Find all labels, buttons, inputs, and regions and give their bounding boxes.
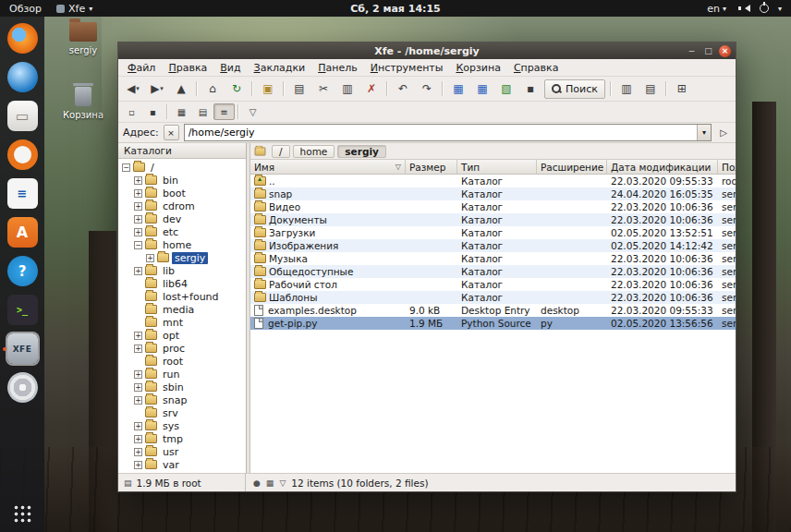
vertical-panels-button[interactable]: ▤ xyxy=(639,79,663,99)
horizontal-panels-button[interactable]: ▥ xyxy=(615,79,639,99)
copy-button[interactable]: ▤ xyxy=(287,79,311,99)
file-row[interactable]: snapКаталог24.04.2020 16:05:35serg xyxy=(250,187,736,200)
tree-item-mnt[interactable]: mnt xyxy=(118,316,246,329)
detail-list-view-button[interactable]: ≡ xyxy=(213,103,235,120)
show-hidden-button[interactable]: ▫ xyxy=(121,103,142,120)
tree-item-root[interactable]: root xyxy=(118,355,246,368)
tree-item-sys[interactable]: +sys xyxy=(118,419,246,432)
dock-item-software[interactable]: A xyxy=(2,217,43,248)
desktop-icon-sergiy[interactable]: sergiy xyxy=(57,22,109,55)
column-header-2[interactable]: Тип xyxy=(457,160,537,174)
file-row[interactable]: ..Каталог22.03.2020 09:55:33root xyxy=(250,175,736,187)
power-icon[interactable] xyxy=(760,4,769,13)
tree-item-media[interactable]: media xyxy=(118,303,246,316)
tree-item-proc[interactable]: +proc xyxy=(118,342,246,355)
column-header-4[interactable]: Дата модификации xyxy=(607,160,718,174)
expand-icon[interactable]: + xyxy=(134,396,142,405)
tree-item-sbin[interactable]: +sbin xyxy=(118,381,246,393)
tree-item-opt[interactable]: +opt xyxy=(118,329,246,342)
expand-icon[interactable]: + xyxy=(146,254,154,262)
tree-item-var[interactable]: +var xyxy=(118,458,246,471)
expand-icon[interactable]: + xyxy=(134,176,142,185)
column-header-5[interactable]: Пол xyxy=(718,160,736,174)
expand-icon[interactable]: + xyxy=(134,435,142,443)
dock-item-mail[interactable] xyxy=(2,62,43,92)
expand-icon[interactable]: + xyxy=(134,383,142,392)
menu-view[interactable]: Вид xyxy=(213,61,247,75)
expand-icon[interactable]: + xyxy=(134,422,142,430)
address-dropdown-button[interactable]: ▾ xyxy=(697,125,711,140)
tree-item-bin[interactable]: +bin xyxy=(118,174,246,187)
tree-item-run[interactable]: +run xyxy=(118,368,246,381)
tree-item-cdrom[interactable]: +cdrom xyxy=(118,200,246,212)
column-header-3[interactable]: Расширение xyxy=(537,160,607,174)
file-row[interactable]: ЗагрузкиКаталог02.05.2020 13:52:51serg xyxy=(250,226,736,239)
tree-item-sergiy[interactable]: +sergiy xyxy=(118,251,246,264)
menu-edit[interactable]: Правка xyxy=(162,61,213,75)
refresh-button[interactable]: ↻ xyxy=(225,79,249,99)
dock-item-cd[interactable] xyxy=(2,372,43,403)
maximize-button[interactable]: □ xyxy=(702,45,714,56)
expand-icon[interactable]: + xyxy=(134,189,142,198)
close-button[interactable]: × xyxy=(719,45,731,57)
expand-icon[interactable]: + xyxy=(134,267,142,275)
minimize-button[interactable]: − xyxy=(686,45,698,56)
menu-file[interactable]: Файл xyxy=(121,61,162,75)
back-button[interactable]: ◀▾ xyxy=(121,79,145,99)
show-applications-icon[interactable] xyxy=(13,504,32,524)
desktop-icon-trash[interactable]: Корзина xyxy=(57,83,109,120)
menu-bookmarks[interactable]: Закладки xyxy=(248,61,312,75)
dock-item-help[interactable]: ? xyxy=(2,256,43,286)
redo-button[interactable]: ↷ xyxy=(415,79,439,99)
app-menu[interactable]: Xfe ▾ xyxy=(56,3,92,15)
column-header-0[interactable]: Имя▽ xyxy=(250,160,406,174)
tree-item-usr[interactable]: +usr xyxy=(118,445,246,458)
address-input[interactable] xyxy=(185,125,697,140)
undo-button[interactable]: ↶ xyxy=(391,79,415,99)
thumbnails-button[interactable]: ▪ xyxy=(142,103,164,120)
column-header-1[interactable]: Размер xyxy=(406,160,457,174)
file-row[interactable]: ДокументыКаталог22.03.2020 10:06:36serg xyxy=(250,213,736,226)
expand-icon[interactable]: + xyxy=(134,448,142,456)
file-row[interactable]: Рабочий столКаталог22.03.2020 10:06:36se… xyxy=(250,278,736,291)
tree-item-etc[interactable]: +etc xyxy=(118,225,246,238)
file-row[interactable]: get-pip.py1.9 МБPython Sourcepy02.05.202… xyxy=(250,317,736,330)
path-button-/[interactable]: / xyxy=(272,145,290,158)
path-button-home[interactable]: home xyxy=(293,145,335,158)
clock[interactable]: Сб, 2 мая 14:15 xyxy=(350,3,441,15)
cut-button[interactable]: ✂ xyxy=(311,79,335,99)
unmount-button[interactable]: ▦ xyxy=(470,79,494,99)
file-row[interactable]: ОбщедоступныеКаталог22.03.2020 10:06:36s… xyxy=(250,265,736,278)
tree-item-lost+found[interactable]: lost+found xyxy=(118,290,246,303)
dock-item-writer[interactable]: ≡ xyxy=(2,178,43,209)
dock-item-music[interactable] xyxy=(2,139,43,170)
menu-help[interactable]: Справка xyxy=(507,61,565,75)
filter-button[interactable]: ▽ xyxy=(242,103,263,120)
small-icons-view-button[interactable]: ▤ xyxy=(192,103,213,120)
new-folder-button[interactable]: ▣ xyxy=(256,79,280,99)
file-row[interactable]: ВидеоКаталог22.03.2020 10:06:36serg xyxy=(250,200,736,213)
collapse-icon[interactable]: − xyxy=(134,241,142,249)
file-row[interactable]: ИзображенияКаталог02.05.2020 14:12:42ser… xyxy=(250,239,736,252)
up-button[interactable]: ▲ xyxy=(169,79,193,99)
expand-icon[interactable]: + xyxy=(134,461,142,469)
volume-icon[interactable] xyxy=(741,5,750,12)
go-button[interactable]: ▷ xyxy=(716,127,731,138)
home-button[interactable]: ⌂ xyxy=(201,79,225,99)
expand-icon[interactable]: + xyxy=(134,202,142,211)
big-icons-view-button[interactable]: ▦ xyxy=(171,103,192,120)
dock-item-xfe[interactable]: XFE xyxy=(2,333,43,364)
menu-panel[interactable]: Панель xyxy=(311,61,364,75)
forward-button[interactable]: ▶▾ xyxy=(145,79,169,99)
keyboard-layout-indicator[interactable]: en ▾ xyxy=(707,3,726,15)
menu-tools[interactable]: Инструменты xyxy=(364,61,450,75)
title-bar[interactable]: Xfe - /home/sergiy − □ × xyxy=(118,42,736,59)
tree-item-boot[interactable]: +boot xyxy=(118,187,246,200)
paste-button[interactable]: ▥ xyxy=(335,79,359,99)
collapse-icon[interactable]: − xyxy=(122,163,130,172)
mount-button[interactable]: ▦ xyxy=(446,79,470,99)
file-row[interactable]: ШаблоныКаталог22.03.2020 10:06:36serg xyxy=(250,291,736,304)
menu-trash[interactable]: Корзина xyxy=(449,61,506,75)
expand-icon[interactable]: + xyxy=(134,332,142,340)
tree-header[interactable]: Каталоги xyxy=(118,143,246,159)
